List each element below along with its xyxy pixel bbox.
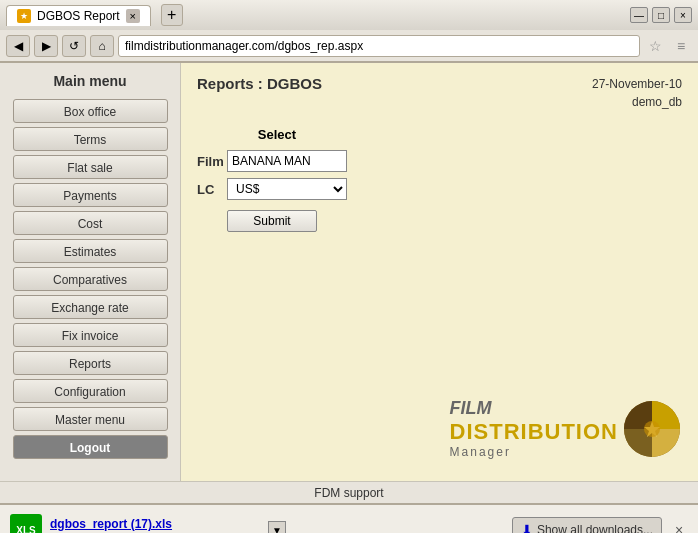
show-downloads-button[interactable]: ⬇ Show all downloads... bbox=[512, 517, 662, 533]
sidebar-item-logout[interactable]: Logout bbox=[13, 435, 168, 459]
download-file-icon: XLS bbox=[10, 514, 42, 533]
sidebar-item-cost[interactable]: Cost bbox=[13, 211, 168, 235]
tab-favicon: ★ bbox=[17, 9, 31, 23]
date-text: 27-November-10 bbox=[592, 75, 682, 93]
film-input[interactable] bbox=[227, 150, 347, 172]
content-date: 27-November-10 demo_db bbox=[592, 75, 682, 111]
support-label: FDM support bbox=[314, 486, 383, 500]
submit-button[interactable]: Submit bbox=[227, 210, 317, 232]
tab-title: DGBOS Report bbox=[37, 9, 120, 23]
forward-button[interactable]: ▶ bbox=[34, 35, 58, 57]
sidebar-item-master-menu[interactable]: Master menu bbox=[13, 407, 168, 431]
download-arrow-button[interactable]: ▼ bbox=[268, 521, 286, 533]
title-bar: ★ DGBOS Report × + — □ × bbox=[0, 0, 698, 30]
sidebar-item-fix-invoice[interactable]: Fix invoice bbox=[13, 323, 168, 347]
lc-row: LC US$ EUR GBP bbox=[197, 178, 682, 200]
logo-film-text: FILM bbox=[450, 398, 492, 419]
film-label: Film bbox=[197, 154, 227, 169]
file-type-label: XLS bbox=[16, 525, 35, 534]
home-button[interactable]: ⌂ bbox=[90, 35, 114, 57]
reload-button[interactable]: ↺ bbox=[62, 35, 86, 57]
sidebar: Main menu Box office Terms Flat sale Pay… bbox=[0, 63, 181, 481]
sidebar-item-comparatives[interactable]: Comparatives bbox=[13, 267, 168, 291]
sidebar-item-configuration[interactable]: Configuration bbox=[13, 379, 168, 403]
content-area: Reports : DGBOS 27-November-10 demo_db S… bbox=[181, 63, 698, 481]
show-downloads-label: Show all downloads... bbox=[537, 523, 653, 533]
logo-distribution-text: DISTRIBUTION bbox=[450, 419, 618, 445]
back-button[interactable]: ◀ bbox=[6, 35, 30, 57]
sidebar-item-terms[interactable]: Terms bbox=[13, 127, 168, 151]
address-bar[interactable]: filmdistributionmanager.com/dgbos_rep.as… bbox=[118, 35, 640, 57]
sidebar-item-reports[interactable]: Reports bbox=[13, 351, 168, 375]
select-section: Select Film LC US$ EUR GBP Submit bbox=[197, 127, 682, 232]
bookmark-button[interactable]: ☆ bbox=[644, 35, 666, 57]
sidebar-item-box-office[interactable]: Box office bbox=[13, 99, 168, 123]
minimize-button[interactable]: — bbox=[630, 7, 648, 23]
page-title: Reports : DGBOS bbox=[197, 75, 322, 92]
logo-area: FILM DISTRIBUTION Manager bbox=[197, 244, 682, 469]
close-button[interactable]: × bbox=[674, 7, 692, 23]
download-bar: XLS dgbos_report (17).xls 293/1467 kB, 4… bbox=[0, 503, 698, 533]
film-row: Film bbox=[197, 150, 682, 172]
logo-text: FILM DISTRIBUTION Manager bbox=[450, 398, 618, 459]
download-close-button[interactable]: × bbox=[670, 521, 688, 533]
logo-wheel bbox=[622, 399, 682, 459]
download-filename[interactable]: dgbos_report (17).xls bbox=[50, 517, 260, 531]
download-info: dgbos_report (17).xls 293/1467 kB, 45 se… bbox=[50, 517, 260, 533]
maximize-button[interactable]: □ bbox=[652, 7, 670, 23]
content-header: Reports : DGBOS 27-November-10 demo_db bbox=[197, 75, 682, 111]
download-icon-symbol: ⬇ bbox=[521, 522, 533, 533]
new-tab-button[interactable]: + bbox=[161, 4, 183, 26]
logo-container: FILM DISTRIBUTION Manager bbox=[450, 398, 682, 459]
svg-point-2 bbox=[644, 421, 660, 437]
tab-close-button[interactable]: × bbox=[126, 9, 140, 23]
lc-label: LC bbox=[197, 182, 227, 197]
menu-button[interactable]: ≡ bbox=[670, 35, 692, 57]
sidebar-item-estimates[interactable]: Estimates bbox=[13, 239, 168, 263]
select-label: Select bbox=[197, 127, 357, 142]
support-bar: FDM support bbox=[0, 481, 698, 503]
sidebar-item-flat-sale[interactable]: Flat sale bbox=[13, 155, 168, 179]
db-name: demo_db bbox=[592, 93, 682, 111]
browser-tab[interactable]: ★ DGBOS Report × bbox=[6, 5, 151, 26]
logo-manager-text: Manager bbox=[450, 445, 511, 459]
nav-bar: ◀ ▶ ↺ ⌂ filmdistributionmanager.com/dgbo… bbox=[0, 30, 698, 62]
sidebar-title: Main menu bbox=[53, 73, 126, 89]
sidebar-item-payments[interactable]: Payments bbox=[13, 183, 168, 207]
address-text: filmdistributionmanager.com/dgbos_rep.as… bbox=[125, 39, 363, 53]
lc-select[interactable]: US$ EUR GBP bbox=[227, 178, 347, 200]
sidebar-item-exchange-rate[interactable]: Exchange rate bbox=[13, 295, 168, 319]
